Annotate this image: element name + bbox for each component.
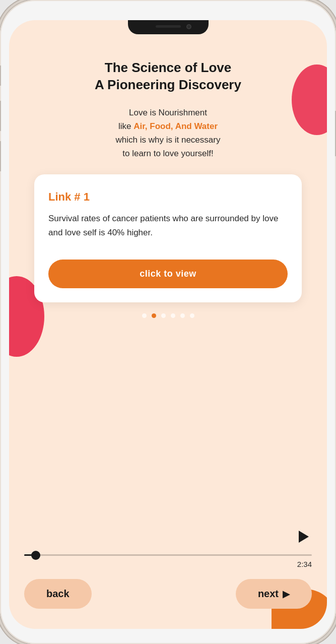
play-button[interactable]: [294, 528, 312, 546]
next-label: next: [258, 588, 279, 600]
progress-track[interactable]: [24, 554, 312, 556]
phone-frame: The Science of Love A Pioneering Discove…: [0, 0, 336, 644]
nav-buttons: back next ▶: [9, 579, 327, 609]
audio-player: 2:34: [24, 550, 312, 568]
progress-knob[interactable]: [31, 551, 40, 560]
back-label: back: [46, 588, 70, 600]
notch: [128, 20, 209, 34]
dot-1[interactable]: [142, 313, 147, 318]
dot-3[interactable]: [161, 313, 166, 318]
main-content: The Science of Love A Pioneering Discove…: [9, 34, 327, 318]
time-display: 2:34: [24, 560, 312, 568]
link-card: Link # 1 Survival rates of cancer patien…: [34, 174, 302, 302]
link-label: Link # 1: [48, 190, 288, 204]
back-button[interactable]: back: [24, 579, 92, 609]
silent-switch: [0, 66, 1, 86]
subtitle-highlight: Air, Food, And Water: [133, 121, 218, 131]
click-to-view-button[interactable]: click to view: [48, 260, 288, 288]
subtitle-block: Love is Nourishment like Air, Food, And …: [29, 106, 307, 161]
speaker: [156, 25, 181, 28]
dot-2[interactable]: [152, 313, 156, 318]
play-icon: [299, 531, 309, 543]
next-arrow-icon: ▶: [283, 589, 290, 600]
screen-content: The Science of Love A Pioneering Discove…: [9, 34, 327, 629]
dot-4[interactable]: [171, 313, 175, 318]
link-description: Survival rates of cancer patients who ar…: [48, 212, 288, 239]
next-button[interactable]: next ▶: [236, 579, 312, 609]
camera: [186, 24, 191, 29]
volume-up-button: [0, 101, 1, 131]
dot-5[interactable]: [180, 313, 185, 318]
dot-6[interactable]: [190, 313, 194, 318]
volume-down-button: [0, 141, 1, 171]
page-title: The Science of Love A Pioneering Discove…: [29, 59, 307, 94]
phone-screen: The Science of Love A Pioneering Discove…: [9, 20, 327, 629]
pagination-dots: [29, 313, 307, 318]
